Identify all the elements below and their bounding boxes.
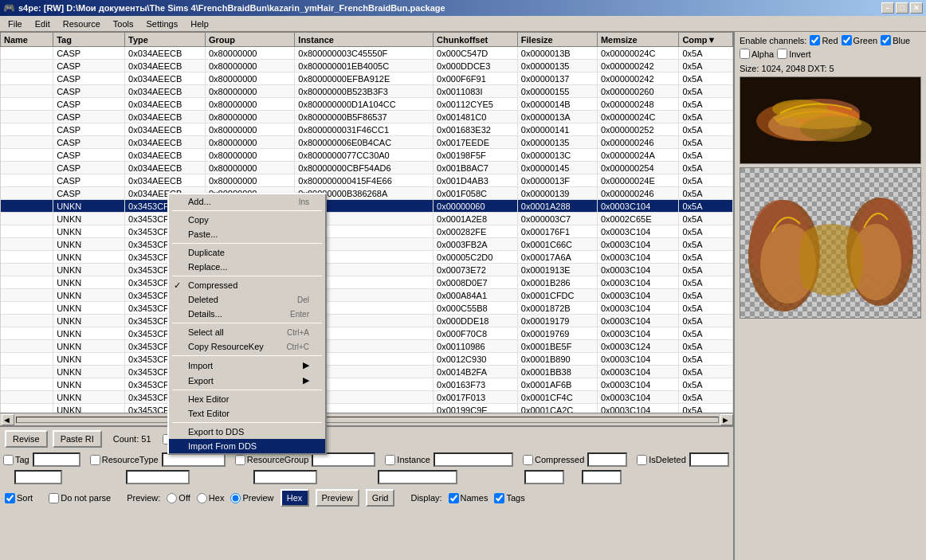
compressed-filter-input[interactable] [587, 452, 627, 467]
resourcegroup-filter-checkbox[interactable] [235, 455, 245, 465]
resourcetype-filter-label[interactable]: ResourceType [90, 455, 159, 465]
table-row[interactable]: CASP0x034AEECB0x800000000x800000006E0B4C… [1, 136, 733, 149]
compressed-filter-input2[interactable] [524, 470, 564, 484]
instance-filter-input2[interactable] [378, 470, 457, 484]
revise-button[interactable]: Revise [5, 430, 48, 448]
green-channel-checkbox[interactable] [842, 35, 852, 45]
isdeleted-filter-input[interactable] [689, 452, 729, 467]
col-header-type[interactable]: Type [125, 33, 206, 47]
table-row[interactable]: CASP0x034AEECB0x800000000x80000000CBF54A… [1, 162, 733, 174]
table-row[interactable]: UNKN0x3453CF90x000C55B80x0001872B0x0003C… [1, 302, 733, 315]
tag-filter-input2[interactable] [14, 470, 62, 484]
menu-file[interactable]: File [2, 18, 29, 30]
table-row[interactable]: CASP0x034AEECB0x800000000x80000000B523B3… [1, 85, 733, 98]
alpha-channel-label[interactable]: Alpha [740, 49, 774, 59]
table-row[interactable]: UNKN0x3453CF90x0003FB2A0x0001C66C0x0003C… [1, 238, 733, 251]
paste-ri-button[interactable]: Paste RI [53, 430, 102, 448]
table-row[interactable]: CASP0x034AEECB0x800000000x8000000031F46C… [1, 123, 733, 136]
table-row[interactable]: UNKN0x3453CF90x000000600x0001A2880x0003C… [1, 200, 733, 213]
do-not-parse-label[interactable]: Do not parse [49, 493, 111, 503]
table-row[interactable]: CASP0x034AEECB0x800000000x800000003C4555… [1, 47, 733, 60]
preview-off-radio[interactable] [167, 493, 177, 503]
names-checkbox[interactable] [449, 493, 459, 503]
hex-button[interactable]: Hex [281, 489, 309, 507]
table-row[interactable]: UNKN0x3453CF90x00005C2D00x00017A6A0x0003… [1, 251, 733, 264]
ctx-import[interactable]: Import ▶ [169, 358, 325, 373]
resourcegroup-filter-label[interactable]: ResourceGroup [235, 455, 309, 465]
col-header-tag[interactable]: Tag [53, 33, 125, 47]
menu-edit[interactable]: Edit [29, 18, 57, 30]
menu-settings[interactable]: Settings [139, 18, 184, 30]
table-row[interactable]: CASP0x034AEECB0x800000000x80000000B38626… [1, 187, 733, 200]
table-row[interactable]: UNKN0x3453CF90x000F70C80x000197690x0003C… [1, 327, 733, 340]
red-channel-label[interactable]: Red [810, 35, 838, 45]
resourcetype-filter-input2[interactable] [126, 470, 190, 484]
isdeleted-filter-checkbox[interactable] [637, 455, 647, 465]
scroll-right-button[interactable]: ► [720, 414, 733, 425]
table-scroll[interactable]: Name Tag Type Group Instance Chunkoffset… [0, 32, 733, 413]
preview-hex-label[interactable]: Hex [197, 493, 225, 503]
table-row[interactable]: UNKN0x3453CF90x00199C9E0x0001CA2C0x0003C… [1, 404, 733, 413]
tag-filter-checkbox[interactable] [3, 455, 14, 465]
menu-help[interactable]: Help [184, 18, 215, 30]
tag-filter-label[interactable]: Tag [3, 455, 29, 465]
col-header-memsize[interactable]: Memsize [597, 33, 679, 47]
alpha-channel-checkbox[interactable] [740, 49, 750, 59]
col-header-name[interactable]: Name [1, 33, 53, 47]
invert-channel-label[interactable]: Invert [777, 49, 811, 59]
sort-checkbox[interactable] [5, 493, 15, 503]
compressed-filter-checkbox[interactable] [523, 455, 533, 465]
table-row[interactable]: UNKN0x3453CF90x0012C9300x0001B8900x0003C… [1, 353, 733, 366]
table-row[interactable]: UNKN0x3453CF90x000282FE0x000176F10x0003C… [1, 225, 733, 238]
tags-label[interactable]: Tags [494, 493, 524, 503]
col-header-group[interactable]: Group [205, 33, 294, 47]
ctx-selectall[interactable]: Select all Ctrl+A [169, 325, 325, 339]
table-row[interactable]: UNKN0x3453CF90x00163F730x0001AF6B0x0003C… [1, 378, 733, 391]
table-row[interactable]: CASP0x034AEECB0x800000000x800000000D1A10… [1, 98, 733, 111]
tags-checkbox[interactable] [494, 493, 504, 503]
instance-filter-label[interactable]: Instance [385, 455, 430, 465]
red-channel-checkbox[interactable] [810, 35, 820, 45]
menu-tools[interactable]: Tools [107, 18, 140, 30]
do-not-parse-checkbox[interactable] [49, 493, 59, 503]
blue-channel-label[interactable]: Blue [881, 35, 910, 45]
preview-preview-label[interactable]: Preview [230, 493, 273, 503]
close-button[interactable]: ✕ [910, 2, 923, 14]
ctx-hex-editor[interactable]: Hex Editor [169, 392, 325, 406]
instance-filter-input[interactable] [434, 452, 513, 467]
table-row[interactable]: UNKN0x3453CF90x00073E720x0001913E0x0003C… [1, 264, 733, 276]
table-row[interactable]: CASP0x034AEECB0x800000000x80000000B5F865… [1, 111, 733, 123]
table-row[interactable]: UNKN0x3453CF90x001109860x0001BE5F0x0003C… [1, 340, 733, 353]
table-row[interactable]: CASP0x034AEECB0x800000000x800000001EB400… [1, 60, 733, 72]
table-row[interactable]: CASP0x034AEECB0x800000000x8000000077CC30… [1, 149, 733, 162]
sort-label[interactable]: Sort [5, 493, 33, 503]
isdeleted-filter-input2[interactable] [582, 470, 622, 484]
ctx-export[interactable]: Export ▶ [169, 373, 325, 388]
preview-preview-radio[interactable] [230, 493, 241, 503]
table-row[interactable]: CASP0x034AEECB0x800000000x80000000EFBA91… [1, 72, 733, 85]
col-header-filesize[interactable]: Filesize [517, 33, 597, 47]
col-header-instance[interactable]: Instance [295, 33, 434, 47]
isdeleted-filter-label[interactable]: IsDeleted [637, 455, 685, 465]
instance-filter-checkbox[interactable] [385, 455, 395, 465]
tag-filter-input[interactable] [33, 452, 80, 467]
table-row[interactable]: UNKN0x3453CF90x0001A2E80x000003C70x0002C… [1, 213, 733, 225]
ctx-copy-resourcekey[interactable]: Copy ResourceKey Ctrl+C [169, 339, 325, 354]
preview-hex-radio[interactable] [197, 493, 207, 503]
invert-channel-checkbox[interactable] [777, 49, 787, 59]
ctx-copy[interactable]: Copy [169, 213, 325, 227]
table-row[interactable]: UNKN0x3453CF90x000DDE180x000191790x0003C… [1, 315, 733, 327]
maximize-button[interactable]: □ [896, 2, 908, 14]
menu-resource[interactable]: Resource [57, 18, 107, 30]
ctx-duplicate[interactable]: Duplicate [169, 245, 325, 260]
table-row[interactable]: UNKN0x3453CF90x0014B2FA0x0001BB380x0003C… [1, 366, 733, 378]
scroll-track[interactable] [16, 417, 719, 423]
col-header-comp[interactable]: Comp▼ [679, 33, 733, 47]
preview-button[interactable]: Preview [316, 489, 359, 507]
ctx-export-dds[interactable]: Export to DDS [169, 425, 325, 439]
table-row[interactable]: CASP0x034AEECB0x800000000x800000000415F4… [1, 174, 733, 187]
col-header-chunkoffset[interactable]: Chunkoffset [434, 33, 518, 47]
ctx-deleted[interactable]: Deleted Del [169, 292, 325, 307]
ctx-replace[interactable]: Replace... [169, 260, 325, 274]
table-row[interactable]: UNKN0x3453CF90x0008D0E70x0001B2860x0003C… [1, 276, 733, 289]
